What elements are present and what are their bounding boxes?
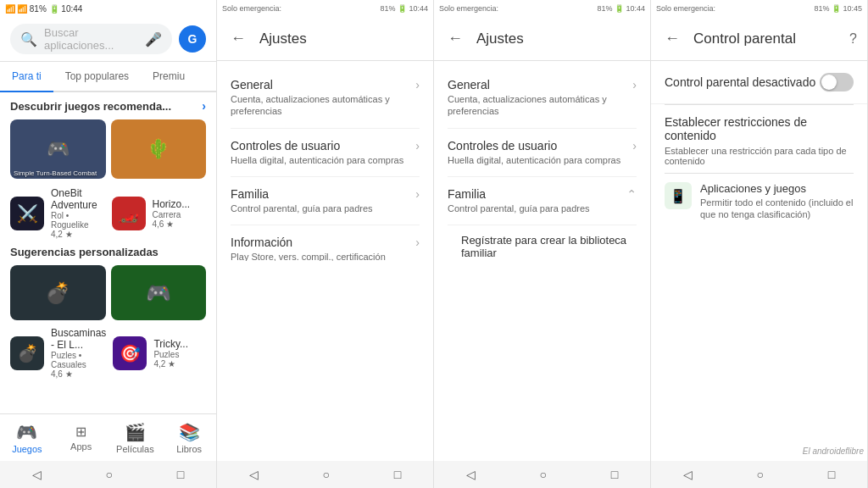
- settings-header-3: ← Ajustes: [434, 17, 650, 61]
- signal-icon: 📶: [5, 4, 15, 14]
- settings-item-header-controles-3: Controles de usuario ›: [448, 139, 637, 152]
- battery-text-2: 81% 🔋 10:44: [380, 4, 428, 13]
- home-sys-btn-4[interactable]: ○: [743, 464, 777, 485]
- settings-header-4: ← Control parental ?: [651, 17, 867, 61]
- status-bar-1: 📶 📶 81% 🔋 10:44: [0, 0, 216, 17]
- sys-nav-1: ◁ ○ □: [0, 461, 216, 488]
- settings-title-2: Ajustes: [259, 30, 423, 47]
- games-nav-icon: 🎮: [16, 422, 37, 442]
- sugg-app-icon-2: 🎯: [113, 336, 147, 370]
- chevron-controles-3: ›: [632, 139, 637, 152]
- nav-peliculas[interactable]: 🎬 Películas: [108, 422, 163, 454]
- nav-libros[interactable]: 📚 Libros: [162, 422, 216, 454]
- sys-nav-4: ◁ ○ □: [651, 461, 867, 488]
- mic-icon[interactable]: 🎤: [145, 31, 162, 47]
- settings-item-header-info-2: Información ›: [231, 236, 420, 249]
- tab-top-populares[interactable]: Top populares: [53, 62, 141, 92]
- settings-item-header-familia-2: Familia ›: [231, 187, 420, 201]
- home-sys-btn-2[interactable]: ○: [309, 464, 343, 485]
- cp-app-icon: 📱: [665, 182, 692, 209]
- home-sys-btn-3[interactable]: ○: [526, 464, 560, 485]
- settings-group-3: General › Cuenta, actualizaciones automá…: [434, 61, 650, 261]
- settings-item-header-general-3: General ›: [448, 78, 637, 92]
- recents-sys-btn-3[interactable]: □: [598, 464, 632, 485]
- settings-item-general-3[interactable]: General › Cuenta, actualizaciones automá…: [448, 68, 637, 129]
- settings-item-header-general-2: General ›: [231, 78, 420, 92]
- back-button-2[interactable]: ←: [227, 26, 249, 51]
- emergency-text-4: Solo emergencia:: [656, 4, 715, 13]
- nav-juegos[interactable]: 🎮 Juegos: [0, 422, 54, 454]
- sugg-app-item[interactable]: 💣 Buscaminas - El L... Puzles • Casuales…: [10, 327, 206, 379]
- arrow-right-icon[interactable]: ›: [202, 99, 206, 113]
- apps-nav-icon: ⊞: [75, 424, 86, 440]
- back-sys-btn-3[interactable]: ◁: [453, 464, 489, 485]
- cp-app-info: Aplicaciones y juegos Permitir todo el c…: [700, 182, 854, 221]
- sugg-thumb-2[interactable]: 🎮: [111, 265, 207, 320]
- status-bar-2: Solo emergencia: 81% 🔋 10:44: [217, 0, 433, 17]
- recents-sys-btn-2[interactable]: □: [381, 464, 415, 485]
- movies-nav-icon: 🎬: [125, 422, 146, 442]
- settings-content-2: General › Cuenta, actualizaciones automá…: [217, 61, 433, 261]
- back-sys-btn-4[interactable]: ◁: [670, 464, 706, 485]
- watermark: El androideflibre: [803, 446, 864, 456]
- cp-toggle-switch[interactable]: [820, 73, 854, 92]
- emergency-text-2: Solo emergencia:: [222, 4, 281, 13]
- back-sys-btn-1[interactable]: ◁: [19, 464, 55, 485]
- settings-item-controles-3[interactable]: Controles de usuario › Huella digital, a…: [448, 129, 637, 177]
- suggestions-grid: 💣 🎮: [10, 265, 206, 320]
- status-bar-3: Solo emergencia: 81% 🔋 10:44: [434, 0, 650, 17]
- app-info-horizo: Horizo... Carrera 4,6 ★: [153, 198, 207, 229]
- app-info-onebit: OneBit Adventure Rol • Roguelike 4,2 ★: [51, 187, 105, 239]
- game-thumb-2[interactable]: 🌵: [111, 119, 207, 179]
- cp-app-item[interactable]: 📱 Aplicaciones y juegos Permitir todo el…: [651, 174, 867, 230]
- sugg-app-info-1: Buscaminas - El L... Puzles • Casuales 4…: [51, 327, 106, 379]
- status-bar-4: Solo emergencia: 81% 🔋 10:45: [651, 0, 867, 17]
- nav-apps[interactable]: ⊞ Apps: [54, 424, 108, 452]
- settings-item-info-2[interactable]: Información › Play Store, vers. compil.,…: [231, 225, 420, 261]
- settings-item-controles-2[interactable]: Controles de usuario › Huella digital, a…: [231, 129, 420, 177]
- settings-item-header-familia-3: Familia ⌄: [448, 187, 637, 201]
- panel-settings-2: Solo emergencia: 81% 🔋 10:44 ← Ajustes G…: [434, 0, 651, 488]
- tabs-bar: Para ti Top populares Premiu: [0, 62, 216, 92]
- settings-title-4: Control parental: [693, 30, 839, 47]
- cp-toggle-label: Control parental desactivado: [665, 75, 815, 89]
- settings-group-2: General › Cuenta, actualizaciones automá…: [217, 61, 433, 261]
- settings-sub-biblioteca[interactable]: Regístrate para crear la biblioteca fami…: [448, 225, 637, 261]
- cp-toggle-item: Control parental desactivado: [651, 61, 867, 104]
- back-button-3[interactable]: ←: [444, 26, 466, 51]
- back-sys-btn-2[interactable]: ◁: [236, 464, 272, 485]
- avatar[interactable]: G: [179, 25, 206, 53]
- sugg-thumb-1[interactable]: 💣: [10, 265, 106, 320]
- panel-play-store: 📶 📶 81% 🔋 10:44 🔍 Buscar aplicaciones...…: [0, 0, 217, 488]
- cp-restrict-sub: Establecer una restricción para cada tip…: [651, 146, 867, 173]
- settings-header-2: ← Ajustes: [217, 17, 433, 61]
- game-grid: 🎮 Simple Turn-Based Combat 🌵: [10, 119, 206, 179]
- chevron-familia-2: ›: [415, 187, 420, 201]
- settings-item-general-2[interactable]: General › Cuenta, actualizaciones automá…: [231, 68, 420, 129]
- cp-restrict-section: Establecer restricciones de contenido Es…: [651, 105, 867, 173]
- home-sys-btn-1[interactable]: ○: [92, 464, 126, 485]
- settings-item-header-controles-2: Controles de usuario ›: [231, 139, 420, 152]
- app-list: ⚔️ OneBit Adventure Rol • Roguelike 4,2 …: [10, 187, 206, 239]
- app-item-onebit[interactable]: ⚔️ OneBit Adventure Rol • Roguelike 4,2 …: [10, 187, 206, 239]
- app-icon-horizo: 🏎️: [112, 197, 146, 230]
- chevron-general-3: ›: [632, 78, 637, 92]
- back-button-4[interactable]: ←: [661, 26, 683, 51]
- sys-nav-2: ◁ ○ □: [217, 461, 433, 488]
- game-thumb-1[interactable]: 🎮 Simple Turn-Based Combat: [10, 119, 106, 179]
- chevron-familia-3: ⌄: [626, 187, 637, 201]
- settings-item-familia-2[interactable]: Familia › Control parental, guía para pa…: [231, 177, 420, 225]
- tab-para-ti[interactable]: Para ti: [0, 62, 53, 92]
- settings-item-familia-3[interactable]: Familia ⌄ Control parental, guía para pa…: [448, 177, 637, 225]
- discover-section-title: Descubrir juegos recomenda... ›: [10, 99, 206, 113]
- panel-settings-1: Solo emergencia: 81% 🔋 10:44 ← Ajustes G…: [217, 0, 434, 488]
- help-icon-4[interactable]: ?: [849, 31, 857, 47]
- recents-sys-btn-4[interactable]: □: [815, 464, 849, 485]
- tab-premium[interactable]: Premiu: [141, 62, 197, 92]
- search-bar[interactable]: 🔍 Buscar aplicaciones... 🎤: [10, 24, 172, 54]
- recents-sys-btn-1[interactable]: □: [164, 464, 198, 485]
- sugg-app-list: 💣 Buscaminas - El L... Puzles • Casuales…: [10, 327, 206, 379]
- sugg-app-info-2: Tricky... Puzles 4,2 ★: [153, 338, 206, 369]
- search-icon: 🔍: [20, 31, 37, 47]
- suggestions-section-title: Sugerencias personalizadas: [10, 246, 206, 258]
